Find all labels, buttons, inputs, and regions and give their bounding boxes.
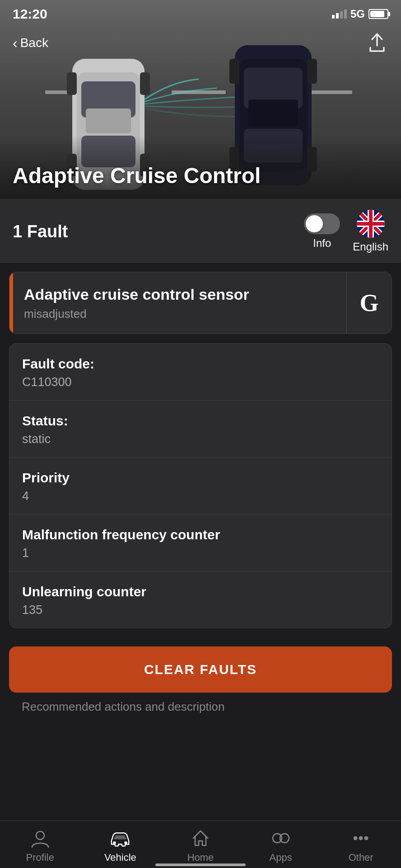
svg-rect-19 (229, 59, 239, 84)
partial-description-text: Recommended actions and description (9, 700, 392, 723)
status-label: Status: (22, 413, 379, 429)
main-content: Adaptive cruise control sensor misadjust… (0, 272, 401, 723)
language-selector[interactable]: English (353, 210, 388, 253)
status-value: static (22, 432, 379, 446)
profile-icon (30, 828, 50, 848)
svg-point-35 (36, 831, 44, 840)
svg-rect-20 (307, 59, 317, 84)
profile-nav-label: Profile (26, 852, 54, 863)
google-icon: G (359, 289, 378, 317)
svg-rect-10 (67, 72, 77, 95)
fault-header: 1 Fault Info (0, 199, 401, 263)
home-icon (191, 828, 210, 848)
svg-point-40 (354, 836, 357, 840)
fault-name: Adaptive cruise control sensor (24, 285, 336, 304)
network-type: 5G (350, 8, 365, 20)
share-icon (368, 33, 386, 53)
back-label: Back (20, 36, 48, 50)
fault-card[interactable]: Adaptive cruise control sensor misadjust… (9, 272, 392, 334)
unlearning-label: Unlearning counter (22, 584, 379, 599)
toggle-thumb (306, 215, 323, 232)
flag-icon (357, 210, 385, 238)
info-toggle-group: Info (304, 213, 340, 250)
svg-rect-18 (248, 99, 298, 127)
fault-info: Adaptive cruise control sensor misadjust… (13, 272, 346, 334)
fault-code-value: C110300 (22, 375, 379, 389)
nav-item-other[interactable]: Other (334, 828, 388, 863)
malfunction-row: Malfunction frequency counter 1 (9, 514, 392, 571)
vehicle-icon (109, 829, 131, 847)
profile-nav-icon (29, 828, 51, 848)
home-nav-icon (189, 828, 212, 848)
home-nav-label: Home (187, 852, 214, 863)
signal-icon (332, 9, 347, 19)
priority-value: 4 (22, 489, 379, 503)
home-indicator (155, 863, 246, 866)
back-button[interactable]: ‹ Back (13, 35, 48, 52)
svg-rect-37 (125, 842, 127, 844)
vehicle-nav-icon (109, 828, 131, 848)
other-icon (351, 828, 371, 848)
svg-rect-11 (140, 72, 150, 95)
share-button[interactable] (366, 32, 388, 54)
svg-point-41 (359, 836, 363, 840)
bottom-nav: Profile Vehicle Home (0, 821, 401, 868)
fault-code-row: Fault code: C110300 (9, 344, 392, 401)
nav-item-profile[interactable]: Profile (13, 828, 67, 863)
fault-controls: Info (304, 210, 388, 253)
hero-nav: ‹ Back (0, 32, 401, 54)
info-toggle-label: Info (313, 237, 331, 250)
fault-description: misadjusted (24, 307, 336, 321)
uk-flag-svg (357, 210, 385, 238)
svg-rect-9 (86, 108, 131, 133)
nav-item-home[interactable]: Home (173, 828, 228, 863)
priority-row: Priority 4 (9, 458, 392, 514)
svg-rect-36 (113, 842, 116, 844)
status-bar: 12:20 5G (0, 0, 401, 26)
unlearning-row: Unlearning counter 135 (9, 571, 392, 628)
unlearning-value: 135 (22, 603, 379, 617)
info-toggle[interactable] (304, 213, 340, 234)
detail-card: Fault code: C110300 Status: static Prior… (9, 343, 392, 628)
malfunction-value: 1 (22, 546, 379, 560)
svg-rect-34 (357, 222, 385, 226)
fault-accent-bar (9, 272, 13, 334)
hero-title: Adaptive Cruise Control (13, 164, 261, 188)
clear-faults-button[interactable]: CLEAR FAULTS (9, 646, 392, 693)
fault-code-label: Fault code: (22, 356, 379, 372)
battery-icon (368, 9, 388, 19)
apps-nav-label: Apps (270, 852, 292, 863)
fault-count: 1 Fault (13, 222, 68, 241)
priority-label: Priority (22, 470, 379, 486)
language-label: English (353, 241, 388, 253)
nav-item-apps[interactable]: Apps (254, 828, 308, 863)
apps-nav-icon (270, 828, 292, 848)
malfunction-label: Malfunction frequency counter (22, 527, 379, 542)
status-time: 12:20 (13, 6, 47, 22)
other-nav-label: Other (349, 852, 373, 863)
apps-icon (271, 828, 291, 848)
vehicle-nav-label: Vehicle (104, 852, 136, 863)
status-row: Status: static (9, 401, 392, 458)
back-chevron-icon: ‹ (13, 35, 18, 52)
fault-google-button[interactable]: G (346, 272, 392, 334)
hero-area: ‹ Back Adaptive Cruise Control (0, 0, 401, 199)
other-nav-icon (350, 828, 372, 848)
status-icons: 5G (332, 8, 388, 20)
nav-item-vehicle[interactable]: Vehicle (93, 828, 147, 863)
svg-point-42 (364, 836, 368, 840)
